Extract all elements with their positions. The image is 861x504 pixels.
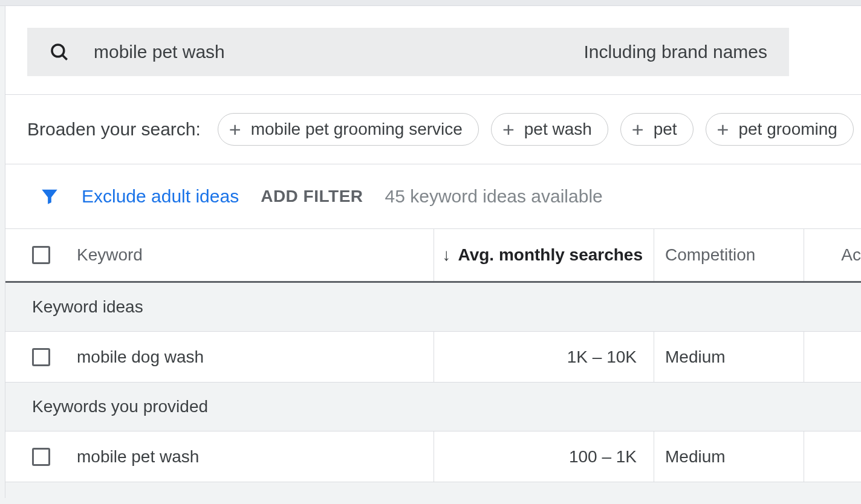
plus-icon: + xyxy=(502,119,515,140)
plus-icon: + xyxy=(717,119,729,140)
svg-line-1 xyxy=(63,56,67,60)
search-box[interactable]: mobile pet wash Including brand names xyxy=(27,28,789,76)
table-row: mobile pet wash 100 – 1K Medium xyxy=(5,431,861,482)
broaden-chip[interactable]: +mobile pet grooming service xyxy=(218,113,479,146)
plus-icon: + xyxy=(229,119,241,140)
main-container: mobile pet wash Including brand names Br… xyxy=(5,6,861,498)
row-check-cell xyxy=(5,448,77,466)
header-searches[interactable]: ↓ Avg. monthly searches xyxy=(434,229,654,281)
filter-icon[interactable] xyxy=(39,186,60,207)
row-searches: 100 – 1K xyxy=(434,431,654,482)
broaden-row: Broaden your search: +mobile pet groomin… xyxy=(5,94,861,164)
select-all-checkbox[interactable] xyxy=(32,246,50,264)
broaden-label: Broaden your search: xyxy=(27,119,201,140)
select-all-cell xyxy=(5,246,77,264)
row-competition: Medium xyxy=(654,332,804,382)
broaden-chip[interactable]: +pet xyxy=(620,113,694,146)
section-keywords-provided: Keywords you provided xyxy=(5,383,861,431)
chip-label: pet wash xyxy=(524,120,592,139)
table-row: mobile dog wash 1K – 10K Medium xyxy=(5,332,861,383)
header-competition[interactable]: Competition xyxy=(654,229,804,281)
broaden-chip[interactable]: +pet wash xyxy=(491,113,608,146)
table-header-row: Keyword ↓ Avg. monthly searches Competit… xyxy=(5,228,861,283)
search-icon xyxy=(49,42,70,62)
add-filter-button[interactable]: ADD FILTER xyxy=(261,187,363,206)
row-ac xyxy=(804,431,861,482)
ideas-available-text: 45 keyword ideas available xyxy=(385,186,603,207)
row-check-cell xyxy=(5,348,77,366)
top-strip xyxy=(0,0,861,6)
row-ac xyxy=(804,332,861,382)
row-checkbox[interactable] xyxy=(32,348,50,366)
plus-icon: + xyxy=(632,119,644,140)
including-brands-toggle[interactable]: Including brand names xyxy=(583,42,767,62)
broaden-chip[interactable]: +pet grooming xyxy=(706,113,854,146)
row-checkbox[interactable] xyxy=(32,448,50,466)
header-ac[interactable]: Ac xyxy=(804,229,861,281)
search-row: mobile pet wash Including brand names xyxy=(5,6,861,94)
row-keyword[interactable]: mobile dog wash xyxy=(77,347,434,367)
chip-label: pet grooming xyxy=(738,120,837,139)
row-keyword[interactable]: mobile pet wash xyxy=(77,447,434,467)
header-searches-label: Avg. monthly searches xyxy=(458,245,643,265)
row-searches: 1K – 10K xyxy=(434,332,654,382)
row-competition: Medium xyxy=(654,431,804,482)
search-query-text[interactable]: mobile pet wash xyxy=(94,42,583,62)
exclude-adult-link[interactable]: Exclude adult ideas xyxy=(82,186,239,207)
chip-label: mobile pet grooming service xyxy=(251,120,463,139)
svg-point-0 xyxy=(52,45,64,57)
bottom-pad xyxy=(5,482,861,498)
sort-desc-icon: ↓ xyxy=(442,245,450,265)
section-keyword-ideas: Keyword ideas xyxy=(5,283,861,332)
header-keyword[interactable]: Keyword xyxy=(77,245,434,265)
filter-row: Exclude adult ideas ADD FILTER 45 keywor… xyxy=(5,164,861,228)
chip-label: pet xyxy=(654,120,677,139)
results-table: Keyword ↓ Avg. monthly searches Competit… xyxy=(5,228,861,498)
